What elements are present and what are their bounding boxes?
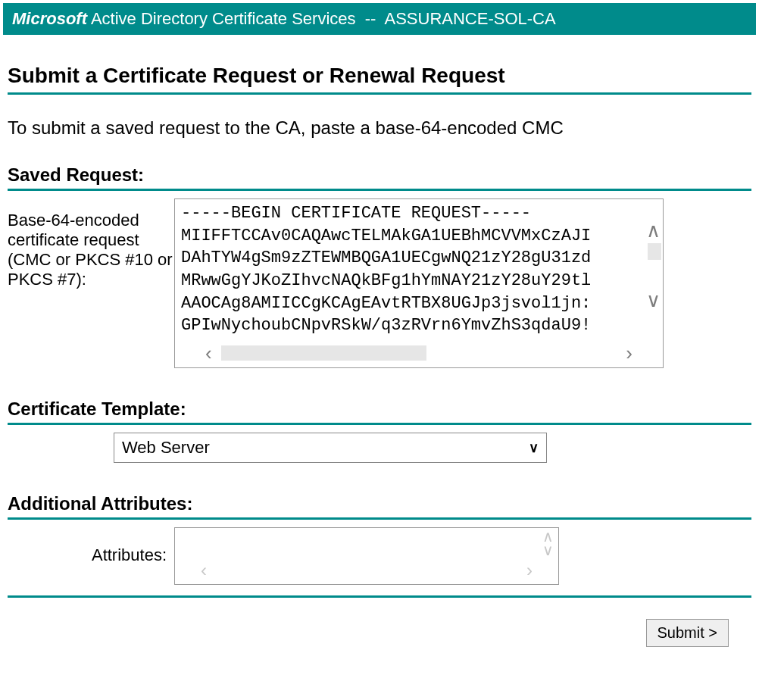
attributes-textarea[interactable]: ∧ ∨ ‹ › bbox=[174, 527, 559, 585]
csr-line: MRwwGgYJKoZIhvcNAQkBFg1hYmNAY21zY28uY29t… bbox=[181, 270, 640, 292]
cert-template-select[interactable]: Web Server ∨ bbox=[114, 433, 547, 463]
scrollbar-thumb[interactable] bbox=[221, 345, 427, 361]
csr-line: GPIwNychoubCNpvRSkW/q3zRVrn6YmvZhS3qdaU9… bbox=[181, 314, 640, 337]
chevron-down-icon[interactable]: ∨ bbox=[646, 290, 661, 310]
scrollbar-track[interactable] bbox=[221, 345, 617, 361]
csr-line: DAhTYW4gSm9zZTEWMBQGA1UECgwNQ21zY28gU31z… bbox=[181, 247, 640, 270]
brand-name: Microsoft bbox=[12, 9, 87, 28]
header-bar: Microsoft Active Directory Certificate S… bbox=[3, 3, 756, 35]
divider bbox=[8, 189, 751, 191]
page-title: Submit a Certificate Request or Renewal … bbox=[8, 64, 751, 88]
vertical-scrollbar[interactable]: ∧ ∨ bbox=[542, 530, 554, 557]
chevron-left-icon[interactable]: ‹ bbox=[205, 343, 212, 363]
chevron-right-icon: › bbox=[526, 561, 533, 580]
divider bbox=[8, 595, 751, 598]
chevron-left-icon: ‹ bbox=[201, 561, 207, 580]
intro-text: To submit a saved request to the CA, pas… bbox=[8, 117, 751, 139]
saved-request-textarea[interactable]: -----BEGIN CERTIFICATE REQUEST----- MIIF… bbox=[174, 198, 664, 368]
saved-request-field-label: Base-64-encoded certificate request (CMC… bbox=[8, 198, 174, 289]
cert-template-label: Certificate Template: bbox=[8, 398, 751, 420]
vertical-scrollbar[interactable]: ∧ ∨ bbox=[645, 220, 661, 310]
cert-template-selected: Web Server bbox=[122, 438, 529, 458]
ca-name: ASSURANCE-SOL-CA bbox=[384, 9, 555, 28]
divider bbox=[8, 423, 751, 425]
header-separator: -- bbox=[365, 9, 376, 28]
saved-request-content[interactable]: -----BEGIN CERTIFICATE REQUEST----- MIIF… bbox=[175, 199, 663, 340]
csr-line: AAOCAg8AMIICCgKCAgEAvtRTBX8UGJp3jsvol1jn… bbox=[181, 292, 640, 315]
divider bbox=[8, 517, 751, 520]
chevron-down-icon: ∨ bbox=[529, 439, 539, 456]
attributes-field-label: Attributes: bbox=[8, 527, 174, 565]
csr-line: -----BEGIN CERTIFICATE REQUEST----- bbox=[181, 202, 640, 225]
submit-button[interactable]: Submit > bbox=[646, 619, 729, 647]
horizontal-scrollbar[interactable]: ‹ › bbox=[175, 340, 663, 367]
divider bbox=[8, 92, 751, 95]
attributes-content[interactable] bbox=[175, 536, 558, 558]
service-name: Active Directory Certificate Services bbox=[91, 9, 356, 28]
chevron-down-icon[interactable]: ∨ bbox=[542, 543, 554, 557]
horizontal-scrollbar: ‹ › bbox=[175, 558, 558, 584]
csr-line: MIIFFTCCAv0CAQAwcTELMAkGA1UEBhMCVVMxCzAJ… bbox=[181, 225, 640, 248]
saved-request-label: Saved Request: bbox=[8, 164, 751, 186]
additional-attributes-label: Additional Attributes: bbox=[8, 493, 751, 514]
scrollbar-thumb[interactable] bbox=[648, 243, 661, 260]
chevron-right-icon[interactable]: › bbox=[626, 343, 632, 363]
chevron-up-icon[interactable]: ∧ bbox=[646, 220, 661, 240]
